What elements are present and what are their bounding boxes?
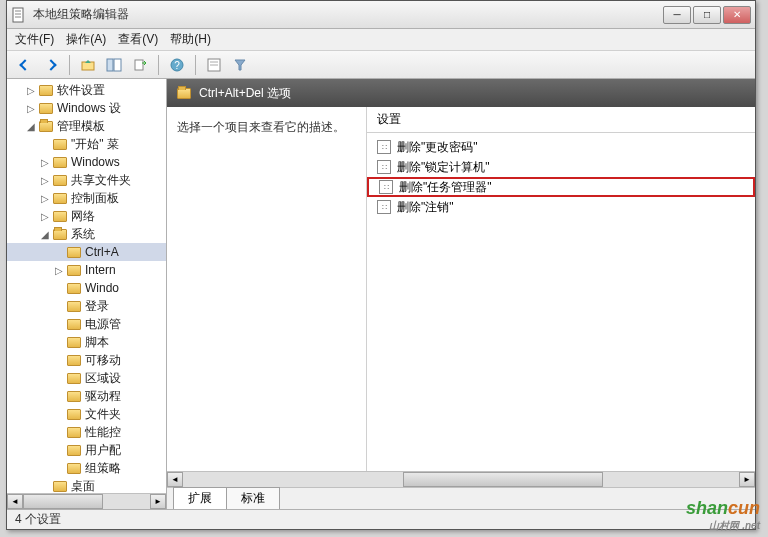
tree-icon xyxy=(106,57,122,73)
tree-item[interactable]: ▷Intern xyxy=(7,261,166,279)
bottom-tabs: 扩展 标准 xyxy=(167,487,755,509)
minimize-button[interactable]: ─ xyxy=(663,6,691,24)
tree-item[interactable]: 登录 xyxy=(7,297,166,315)
tree-item[interactable]: ▷Windows xyxy=(7,153,166,171)
tree-twisty-icon[interactable]: ▷ xyxy=(39,211,51,222)
tree-item-label: 驱动程 xyxy=(85,388,121,405)
content-area: ▷软件设置▷Windows 设◢管理模板"开始" 菜▷Windows▷共享文件夹… xyxy=(7,79,755,509)
settings-column-header[interactable]: 设置 xyxy=(367,107,755,133)
tree-item-label: Windows xyxy=(71,155,120,169)
up-button[interactable] xyxy=(76,54,100,76)
tree-item[interactable]: 区域设 xyxy=(7,369,166,387)
filter-icon xyxy=(232,57,248,73)
tree-hscrollbar[interactable]: ◄ ► xyxy=(7,493,166,509)
scroll-left-button[interactable]: ◄ xyxy=(167,472,183,487)
tree-twisty-icon[interactable]: ▷ xyxy=(53,265,65,276)
tree-twisty-icon[interactable]: ▷ xyxy=(39,175,51,186)
tree-item[interactable]: ▷软件设置 xyxy=(7,81,166,99)
tree-twisty-icon[interactable]: ◢ xyxy=(25,121,37,132)
setting-item[interactable]: ∷删除"任务管理器" xyxy=(367,177,755,197)
tree-item-label: 软件设置 xyxy=(57,82,105,99)
scroll-thumb[interactable] xyxy=(23,494,103,509)
tree-item[interactable]: 用户配 xyxy=(7,441,166,459)
policy-icon: ∷ xyxy=(377,140,391,154)
export-button[interactable] xyxy=(128,54,152,76)
filter-button[interactable] xyxy=(228,54,252,76)
description-prompt: 选择一个项目来查看它的描述。 xyxy=(177,120,345,134)
close-button[interactable]: ✕ xyxy=(723,6,751,24)
setting-item[interactable]: ∷删除"更改密码" xyxy=(367,137,755,157)
tree-item-label: "开始" 菜 xyxy=(71,136,119,153)
watermark-text: shan xyxy=(686,498,728,518)
tree-item-label: 控制面板 xyxy=(71,190,119,207)
tree-item[interactable]: 脚本 xyxy=(7,333,166,351)
tree-item[interactable]: ▷共享文件夹 xyxy=(7,171,166,189)
folder-icon xyxy=(53,211,67,222)
separator xyxy=(195,55,196,75)
tree-twisty-icon[interactable]: ▷ xyxy=(39,157,51,168)
tree-twisty-icon[interactable]: ◢ xyxy=(39,229,51,240)
folder-icon xyxy=(67,247,81,258)
separator xyxy=(158,55,159,75)
main-hscrollbar[interactable]: ◄ ► xyxy=(167,471,755,487)
policy-icon: ∷ xyxy=(377,200,391,214)
scroll-track[interactable] xyxy=(183,472,739,487)
folder-icon xyxy=(177,88,191,99)
menu-action[interactable]: 操作(A) xyxy=(66,31,106,48)
app-icon xyxy=(11,7,27,23)
menu-file[interactable]: 文件(F) xyxy=(15,31,54,48)
scroll-right-button[interactable]: ► xyxy=(150,494,166,509)
main-header: Ctrl+Alt+Del 选项 xyxy=(167,79,755,107)
tree-item[interactable]: ◢系统 xyxy=(7,225,166,243)
titlebar[interactable]: 本地组策略编辑器 ─ □ ✕ xyxy=(7,1,755,29)
tab-standard[interactable]: 标准 xyxy=(226,487,280,509)
tree-item[interactable]: 可移动 xyxy=(7,351,166,369)
menu-help[interactable]: 帮助(H) xyxy=(170,31,211,48)
tree-twisty-icon[interactable]: ▷ xyxy=(25,103,37,114)
main-pane: Ctrl+Alt+Del 选项 选择一个项目来查看它的描述。 设置 ∷删除"更改… xyxy=(167,79,755,509)
show-hide-tree-button[interactable] xyxy=(102,54,126,76)
tab-extended[interactable]: 扩展 xyxy=(173,487,227,509)
maximize-button[interactable]: □ xyxy=(693,6,721,24)
tree-item[interactable]: ▷Windows 设 xyxy=(7,99,166,117)
setting-item-label: 删除"注销" xyxy=(397,199,454,216)
main-header-title: Ctrl+Alt+Del 选项 xyxy=(199,85,291,102)
tree-item[interactable]: ▷控制面板 xyxy=(7,189,166,207)
folder-icon xyxy=(67,427,81,438)
folder-icon xyxy=(53,229,67,240)
tree-item[interactable]: ▷网络 xyxy=(7,207,166,225)
scroll-right-button[interactable]: ► xyxy=(739,472,755,487)
forward-button[interactable] xyxy=(39,54,63,76)
tree-pane: ▷软件设置▷Windows 设◢管理模板"开始" 菜▷Windows▷共享文件夹… xyxy=(7,79,167,509)
tree-item[interactable]: 组策略 xyxy=(7,459,166,477)
help-icon: ? xyxy=(169,57,185,73)
setting-item[interactable]: ∷删除"锁定计算机" xyxy=(367,157,755,177)
properties-button[interactable] xyxy=(202,54,226,76)
tree-item[interactable]: "开始" 菜 xyxy=(7,135,166,153)
tree-item-label: 脚本 xyxy=(85,334,109,351)
scroll-thumb[interactable] xyxy=(403,472,603,487)
setting-item[interactable]: ∷删除"注销" xyxy=(367,197,755,217)
svg-rect-5 xyxy=(107,59,113,71)
back-button[interactable] xyxy=(13,54,37,76)
tree-item[interactable]: 性能控 xyxy=(7,423,166,441)
tree-twisty-icon[interactable]: ▷ xyxy=(25,85,37,96)
tree-item-label: 桌面 xyxy=(71,478,95,495)
menu-view[interactable]: 查看(V) xyxy=(118,31,158,48)
tree-item[interactable]: 驱动程 xyxy=(7,387,166,405)
tree-item[interactable]: ◢管理模板 xyxy=(7,117,166,135)
tree-item[interactable]: 文件夹 xyxy=(7,405,166,423)
tree-view[interactable]: ▷软件设置▷Windows 设◢管理模板"开始" 菜▷Windows▷共享文件夹… xyxy=(7,79,166,497)
tree-twisty-icon[interactable]: ▷ xyxy=(39,193,51,204)
folder-icon xyxy=(67,337,81,348)
tree-item[interactable]: Ctrl+A xyxy=(7,243,166,261)
scroll-track[interactable] xyxy=(23,494,150,509)
tree-item[interactable]: Windo xyxy=(7,279,166,297)
help-button[interactable]: ? xyxy=(165,54,189,76)
folder-icon xyxy=(53,193,67,204)
folder-icon xyxy=(39,85,53,96)
settings-header-label: 设置 xyxy=(377,111,401,128)
scroll-left-button[interactable]: ◄ xyxy=(7,494,23,509)
folder-icon xyxy=(67,445,81,456)
tree-item[interactable]: 电源管 xyxy=(7,315,166,333)
